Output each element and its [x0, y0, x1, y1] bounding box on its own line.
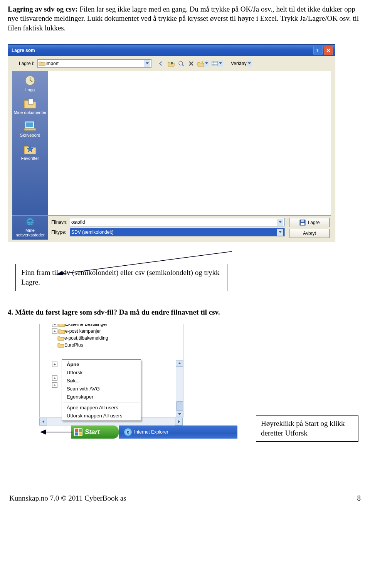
- tree-item-label[interactable]: Eksterne Bestillinger: [65, 324, 107, 327]
- start-button-label: Start: [85, 428, 100, 436]
- save-button[interactable]: Lagre: [289, 218, 330, 227]
- scroll-right-button[interactable]: [175, 418, 183, 426]
- dialog-titlebar[interactable]: Lagre som ?: [8, 45, 335, 56]
- tree-item-label[interactable]: e-post kampanjer: [65, 328, 101, 334]
- close-button[interactable]: [324, 46, 333, 55]
- places-favorites[interactable]: Favoritter: [13, 142, 47, 164]
- footer-left: Kunnskap.no 7.0 © 2011 CyberBook as: [9, 494, 126, 503]
- svg-line-16: [62, 251, 232, 274]
- folder-icon: [57, 342, 64, 348]
- cancel-button[interactable]: Avbryt: [289, 229, 330, 238]
- ie-icon[interactable]: e: [124, 428, 132, 436]
- windows-taskbar: Start e Internet Explorer Høyreklikk på …: [71, 426, 237, 439]
- svg-rect-11: [24, 128, 36, 131]
- disk-icon: [299, 219, 306, 226]
- tree-item-label[interactable]: e-post,tilbakemelding: [64, 335, 108, 341]
- ctx-properties[interactable]: Egenskaper: [63, 393, 140, 401]
- folder-icon: [57, 335, 64, 341]
- places-desktop[interactable]: Skrivebord: [13, 119, 47, 141]
- scroll-left-button[interactable]: [39, 418, 47, 426]
- documents-folder-icon: [23, 97, 37, 109]
- filetype-dropdown[interactable]: SDV (semikolondelt): [70, 228, 285, 236]
- places-logg[interactable]: Logg: [13, 74, 47, 95]
- views-button[interactable]: [211, 60, 223, 67]
- tree-expand-icon[interactable]: +: [52, 328, 57, 334]
- scroll-down-button[interactable]: [176, 411, 183, 417]
- ctx-open-all-users[interactable]: Åpne mappen All users: [63, 404, 140, 412]
- scroll-thumb[interactable]: [176, 401, 183, 411]
- intro-heading: Lagring av sdv og csv:: [8, 5, 78, 13]
- callout-2: Høyreklikk på Start og klikk deretter Ut…: [256, 415, 358, 441]
- cancel-button-label: Avbryt: [303, 231, 316, 236]
- places-my-documents[interactable]: Mine dokumenter: [13, 96, 47, 118]
- back-button[interactable]: [157, 60, 165, 67]
- windows-logo-icon: [74, 428, 82, 436]
- dialog-title: Lagre som: [10, 48, 312, 53]
- ctx-open[interactable]: Åpne: [63, 360, 140, 369]
- tools-label: Verktøy: [231, 61, 247, 66]
- start-button[interactable]: Start: [71, 426, 119, 439]
- scroll-up-button[interactable]: [176, 360, 183, 367]
- places-label: Mine nettverkssteder: [15, 228, 44, 237]
- tree-expand-icon[interactable]: +: [52, 382, 57, 388]
- new-folder-button[interactable]: [197, 60, 209, 67]
- places-network[interactable]: Mine nettverkssteder: [12, 216, 48, 240]
- svg-text:?: ?: [316, 48, 319, 53]
- folder-dropdown-value: Import: [45, 61, 144, 66]
- annotation-arrow-2: [40, 427, 73, 437]
- lagre-i-label: Lagre i:: [12, 61, 34, 66]
- svg-marker-17: [56, 271, 63, 275]
- svg-rect-15: [301, 223, 304, 225]
- favorites-folder-icon: [23, 143, 37, 155]
- folder-icon: [58, 328, 65, 334]
- filename-value: ostofld: [71, 219, 277, 225]
- desktop-icon: [23, 120, 37, 132]
- places-label: Mine dokumenter: [14, 110, 47, 115]
- ctx-scan-avg[interactable]: Scan with AVG: [63, 385, 140, 393]
- folder-icon: [58, 324, 65, 327]
- tree-expand-icon[interactable]: +: [52, 362, 57, 367]
- chevron-down-icon[interactable]: [144, 60, 150, 67]
- vertical-scrollbar[interactable]: [176, 360, 183, 417]
- context-menu: Åpne Utforsk Søk... Scan with AVG Egensk…: [62, 359, 141, 421]
- help-button[interactable]: ?: [313, 46, 323, 55]
- filetype-value: SDV (semikolondelt): [71, 230, 277, 235]
- file-list-area[interactable]: [48, 71, 331, 216]
- tree-item-label[interactable]: EuroPlus: [64, 342, 83, 348]
- web-search-button[interactable]: [177, 60, 185, 67]
- tree-expand-icon[interactable]: +: [52, 324, 57, 327]
- footer-page-number: 8: [357, 494, 361, 503]
- chevron-down-icon[interactable]: [277, 229, 283, 236]
- svg-rect-8: [29, 99, 33, 104]
- places-label: Skrivebord: [20, 133, 40, 137]
- ctx-explore-all-users[interactable]: Utforsk mappen All users: [63, 412, 140, 420]
- svg-rect-14: [301, 220, 304, 222]
- places-label: Favoritter: [21, 156, 39, 161]
- explorer-tree-excerpt: + Eksterne Bestillinger + e-post kampanj…: [39, 324, 183, 360]
- filetype-label: Filtype:: [51, 230, 70, 235]
- section-4-heading: 4. Måtte du først lagre som sdv-fil? Da …: [8, 308, 362, 317]
- places-bar: Logg Mine dokumenter Skrivebord Favoritt…: [12, 71, 48, 216]
- tools-dropdown[interactable]: Verktøy: [229, 60, 252, 67]
- delete-button[interactable]: [187, 60, 195, 67]
- history-icon: [23, 74, 37, 87]
- folder-icon: [39, 61, 45, 66]
- svg-rect-3: [212, 61, 217, 66]
- folder-dropdown[interactable]: Import: [37, 59, 151, 68]
- save-as-dialog: Lagre som ? Lagre i: Import: [8, 44, 335, 242]
- up-folder-button[interactable]: [167, 60, 175, 67]
- chevron-down-icon[interactable]: [277, 219, 283, 226]
- svg-rect-10: [26, 122, 33, 127]
- taskbar-ie-label: Internet Explorer: [134, 429, 168, 435]
- network-icon: [24, 216, 36, 227]
- filename-input[interactable]: ostofld: [70, 218, 285, 226]
- svg-marker-19: [40, 429, 46, 435]
- filename-label: Filnavn:: [51, 219, 70, 225]
- places-label: Logg: [25, 87, 35, 92]
- tree-expand-icon[interactable]: +: [52, 375, 57, 381]
- save-button-label: Lagre: [308, 220, 320, 225]
- ctx-search[interactable]: Søk...: [63, 377, 140, 385]
- ctx-explore[interactable]: Utforsk: [63, 369, 140, 377]
